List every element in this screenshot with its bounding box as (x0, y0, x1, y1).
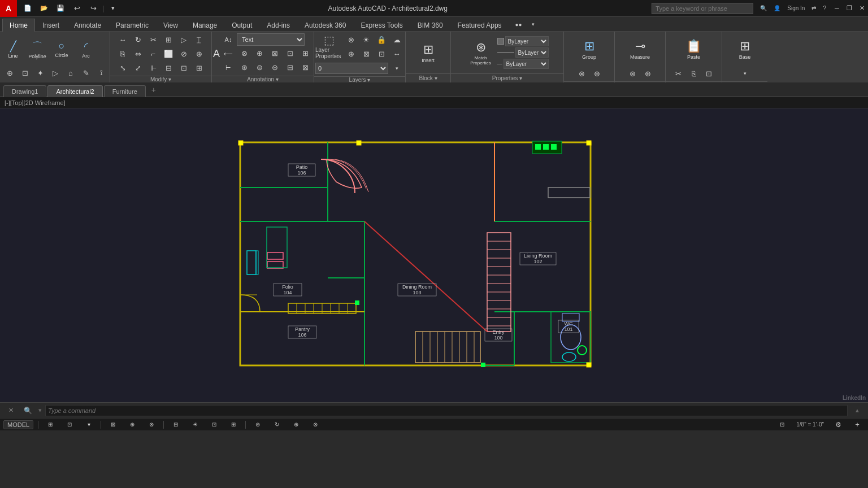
extra-btn[interactable]: ▾ (106, 2, 120, 15)
mod-sm16[interactable]: ⊞ (192, 61, 206, 75)
draw-sm9[interactable]: ◈ (18, 80, 32, 82)
text-sm1[interactable]: A↕ (221, 33, 236, 46)
layer-sm6[interactable]: ⊠ (359, 47, 374, 60)
tab-autodesk360[interactable]: Autodesk 360 (297, 19, 353, 32)
ribbon-arrow[interactable]: ▾ (526, 18, 541, 31)
command-expand-btn[interactable]: ▲ (850, 404, 865, 417)
exchange-btn[interactable]: ⇄ (809, 4, 818, 12)
new-btn[interactable]: 📄 (20, 2, 35, 15)
layer-dropdown-arrow[interactable]: ▾ (389, 62, 404, 75)
lineweight-btn[interactable]: ⊟ (168, 418, 183, 432)
mod-scale[interactable]: ⤡ (115, 61, 130, 75)
workspace-btn[interactable]: ↻ (270, 418, 284, 432)
grid-btn[interactable]: ⊞ (43, 418, 58, 432)
add-drawing-tab[interactable]: + (147, 83, 160, 97)
layer-sm8[interactable]: ↔ (389, 47, 404, 60)
draw-sm6[interactable]: ✎ (79, 66, 93, 80)
draw-sm7[interactable]: ⟟ (94, 66, 108, 80)
group-sm1[interactable]: ⊗ (574, 67, 589, 80)
tab-parametric[interactable]: Parametric (108, 19, 156, 32)
command-close-btn[interactable]: ✕ (3, 404, 18, 417)
match-properties-btn[interactable]: ⊛ MatchProperties (466, 36, 496, 69)
cut-btn[interactable]: ✂ (671, 67, 686, 80)
mod-sm6[interactable]: ⌶ (192, 33, 206, 46)
properties-section-label[interactable]: Properties ▾ (451, 73, 563, 82)
draw-sm2[interactable]: ⊡ (18, 66, 32, 80)
block-section-label[interactable]: Block ▾ (406, 73, 450, 82)
mod-copy[interactable]: ⎘ (115, 47, 130, 60)
measure-btn[interactable]: ⊸ Measure (628, 33, 652, 66)
base-view-btn[interactable]: ⊞ Base (733, 33, 757, 66)
tab-view[interactable]: View (156, 19, 185, 32)
annot-sm1[interactable]: ⊗ (237, 46, 251, 60)
line-btn[interactable]: ╱ Line (1, 33, 25, 66)
mod-sm9[interactable]: ⬜ (161, 47, 176, 60)
tab-insert[interactable]: Insert (35, 19, 67, 32)
layer-sm5[interactable]: ⊕ (344, 47, 358, 60)
layer-sm3[interactable]: 🔒 (374, 33, 389, 46)
mod-sm5[interactable]: ▷ (176, 33, 191, 46)
text-sm2[interactable]: ⟵ (221, 47, 236, 60)
annot-sm9[interactable]: ⊟ (283, 60, 297, 74)
layers-section-label[interactable]: Layers ▾ (314, 76, 405, 82)
mod-mirror[interactable]: ⇔ (131, 47, 145, 60)
gizmo-btn[interactable]: ⊞ (226, 418, 241, 432)
annot-sm2[interactable]: ⊕ (252, 46, 267, 60)
keyword-search[interactable] (652, 3, 753, 14)
annotation-section-label[interactable]: Annotation ▾ (212, 76, 314, 82)
layer-sm1[interactable]: ⊗ (344, 33, 358, 46)
statusbar-sm2[interactable]: ⊗ (308, 418, 323, 432)
command-input[interactable] (45, 405, 848, 416)
mod-sm15[interactable]: ⊡ (176, 61, 191, 75)
object-snap-btn[interactable]: ⊠ (106, 418, 120, 432)
lineweight-dropdown[interactable]: ByLayer (504, 59, 549, 69)
view-section-label[interactable]: View ▾ (722, 81, 767, 82)
color-dropdown[interactable]: ByLayer (505, 36, 549, 46)
pasteas-btn[interactable]: ⊡ (702, 67, 717, 80)
save-btn[interactable]: 💾 (53, 2, 68, 15)
draw-sm4[interactable]: ▷ (48, 66, 63, 80)
annot-sm6[interactable]: ⊛ (237, 60, 251, 74)
draw-sm13[interactable]: ✳ (79, 80, 93, 82)
drawing-tab-2[interactable]: Architectural2 (47, 85, 102, 97)
linetype-dropdown[interactable]: ByLayer (515, 47, 549, 58)
draw-sm11[interactable]: ◻ (48, 80, 63, 82)
utilities-section-label[interactable]: Utilities ▾ (615, 81, 665, 82)
mod-sm11[interactable]: ⊕ (192, 47, 206, 60)
tab-output[interactable]: Output (224, 19, 259, 32)
viewport-scale-btn[interactable]: ⊡ (775, 418, 789, 432)
open-btn[interactable]: 📂 (37, 2, 51, 15)
info-btn[interactable]: 🔍 (758, 4, 769, 12)
zoom-in-btn[interactable]: + (850, 418, 865, 432)
text-sm3[interactable]: ⊢ (221, 61, 236, 75)
layer-list[interactable]: 0 (315, 63, 388, 74)
group-sm2[interactable]: ⊕ (589, 67, 604, 80)
annot-sm3[interactable]: ⊠ (267, 46, 282, 60)
mod-rotate[interactable]: ↻ (131, 33, 145, 46)
snap-btn[interactable]: ⊡ (62, 418, 77, 432)
tab-expresstools[interactable]: Express Tools (353, 19, 410, 32)
annot-sm10[interactable]: ⊠ (298, 60, 313, 74)
infer-btn[interactable]: ⊗ (144, 418, 159, 432)
draw-sm8[interactable]: ⬚ (2, 80, 17, 82)
insert-btn[interactable]: ⊞ Insert (416, 36, 440, 69)
arc-btn[interactable]: ◜ Arc (74, 33, 98, 66)
layer-sm2[interactable]: ☀ (359, 33, 374, 46)
mod-fillet[interactable]: ⌐ (146, 47, 160, 60)
draw-sm14[interactable]: ⊹ (94, 80, 108, 82)
mod-move[interactable]: ↔ (115, 33, 130, 46)
view-expand-btn[interactable]: ▾ (737, 67, 752, 80)
annot-sm5[interactable]: ⊞ (298, 46, 313, 60)
copy-btn[interactable]: ⎘ (687, 67, 701, 80)
text-style-dropdown[interactable]: Text (237, 33, 305, 46)
tab-bim360[interactable]: BIM 360 (410, 19, 450, 32)
model-space-btn[interactable]: MODEL (3, 420, 33, 429)
mod-stretch[interactable]: ⤢ (131, 61, 145, 75)
selection-btn[interactable]: ⊡ (207, 418, 222, 432)
tab-home[interactable]: Home (2, 19, 35, 32)
draw-sm10[interactable]: ⏢ (33, 80, 47, 82)
settings-btn[interactable]: ⚙ (831, 418, 845, 432)
mod-ext[interactable]: ⊩ (146, 61, 160, 75)
util-sm1[interactable]: ⊗ (625, 67, 640, 80)
layer-props-btn[interactable]: ⬚ Layer Properties (315, 33, 342, 60)
